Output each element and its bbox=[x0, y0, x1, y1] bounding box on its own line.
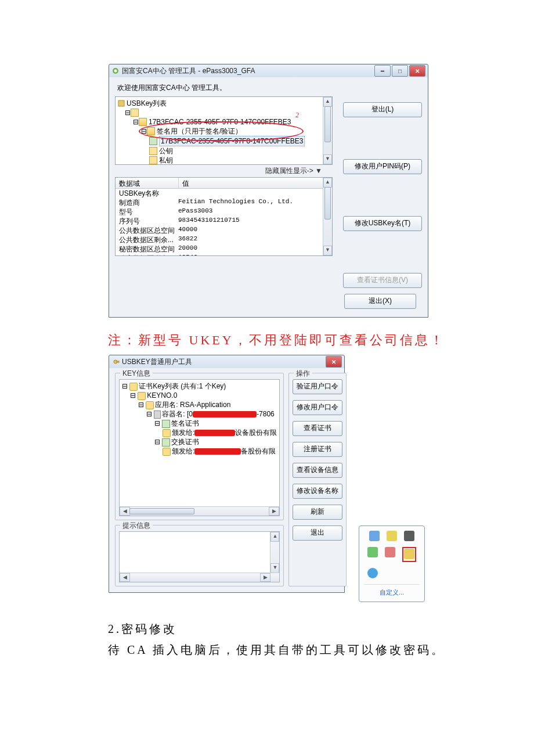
column-header-key[interactable]: 数据域 bbox=[116, 178, 179, 188]
rename-device-button[interactable]: 修改设备名称 bbox=[293, 484, 342, 499]
tree-root[interactable]: USBKey列表 bbox=[127, 99, 167, 108]
close-button[interactable]: ✕ bbox=[326, 356, 342, 368]
maximize-button[interactable]: □ bbox=[392, 65, 408, 77]
group-key-info: KEY信息 ⊟ 证书Key列表 (共有:1 个Key) ⊟ KEYNO.0 ⊟ … bbox=[115, 373, 284, 520]
scroll-up-icon[interactable]: ▲ bbox=[323, 178, 332, 188]
vertical-scrollbar[interactable]: ▲ ▼ bbox=[323, 178, 332, 255]
view-cert-button[interactable]: 查看证书 bbox=[293, 421, 342, 436]
tree-node-container[interactable]: 容器名: [0 bbox=[162, 410, 193, 418]
tree-node-signcert[interactable]: 签名证书 bbox=[171, 419, 199, 427]
cert-key-tree[interactable]: ⊟ 证书Key列表 (共有:1 个Key) ⊟ KEYNO.0 ⊟ 应用名: R… bbox=[119, 379, 280, 516]
scroll-down-icon[interactable]: ▼ bbox=[323, 246, 332, 255]
usbkey-tree[interactable]: USBKey列表 ⊟ ⊟ 17B3FCAC-2355-405F-97F0-147… bbox=[115, 96, 333, 165]
table-row: 序列号9834543101210715 bbox=[116, 217, 332, 226]
systray-popup[interactable]: 自定义... bbox=[359, 525, 425, 602]
table-row: 公共数据区总空间40000 bbox=[116, 226, 332, 235]
shield-icon[interactable] bbox=[367, 568, 378, 578]
tree-node[interactable]: KEYNO.0 bbox=[147, 391, 177, 399]
printer-icon[interactable] bbox=[369, 531, 380, 541]
hint-textbox: ▲ ▼ ◀ ▶ bbox=[119, 531, 280, 582]
tree-node-app[interactable]: 应用名: RSA-Application bbox=[155, 401, 230, 409]
scroll-up-icon[interactable]: ▲ bbox=[270, 532, 279, 542]
titlebar[interactable]: 国富安CA中心 管理工具 - ePass3003_GFA ━ □ ✕ bbox=[109, 64, 428, 77]
horizontal-scrollbar[interactable]: ◀ ▶ bbox=[120, 573, 279, 582]
attrs-table: 数据域 值 USBKey名称 制造商Feitian Technologies C… bbox=[115, 177, 333, 256]
key-icon bbox=[138, 392, 146, 400]
welcome-text: 欢迎使用国富安CA中心 管理工具。 bbox=[117, 83, 422, 93]
scroll-thumb[interactable] bbox=[129, 508, 194, 514]
group-legend: KEY信息 bbox=[120, 369, 153, 379]
tray-customize-link[interactable]: 自定义... bbox=[364, 584, 420, 597]
certificate-icon bbox=[162, 420, 170, 428]
key-icon bbox=[163, 429, 171, 437]
column-header-value[interactable]: 值 bbox=[179, 178, 332, 188]
keychain-icon bbox=[118, 100, 125, 107]
folder-icon bbox=[139, 118, 147, 126]
window-title: 国富安CA中心 管理工具 - ePass3003_GFA bbox=[122, 66, 374, 76]
titlebar[interactable]: USBKEY普通用户工具 ✕ bbox=[109, 355, 344, 368]
table-row: 公共数据区剩余...36822 bbox=[116, 235, 332, 244]
change-pin-button[interactable]: 修改用户PIN码(P) bbox=[343, 159, 422, 174]
tree-node-signing[interactable]: 签名用（只用于签名/验证） bbox=[157, 127, 242, 136]
exit-button[interactable]: 退出 bbox=[293, 525, 342, 541]
key-icon bbox=[149, 156, 157, 164]
table-row: 制造商Feitian Technologies Co., Ltd. bbox=[116, 198, 332, 207]
scroll-left-icon[interactable]: ◀ bbox=[120, 573, 130, 582]
minimize-button[interactable]: ━ bbox=[374, 65, 391, 77]
folder-icon bbox=[147, 127, 155, 135]
exit-button[interactable]: 退出(X) bbox=[344, 294, 416, 309]
table-row: USBKey名称 bbox=[116, 189, 332, 198]
group-actions: 操作 验证用户口令 修改用户口令 查看证书 注册证书 查看设备信息 修改设备名称… bbox=[288, 373, 347, 586]
tree-node-cert-selected[interactable]: 17B3FCAC-2355-405F-97F0-147C00FFEBE3 bbox=[159, 136, 305, 146]
document-note-red: 注：新型号 UKEY，不用登陆即可查看公司信息！ bbox=[108, 332, 534, 349]
rename-key-button[interactable]: 修改USBKey名(T) bbox=[343, 216, 422, 231]
scroll-thumb[interactable] bbox=[324, 187, 331, 219]
svg-rect-3 bbox=[117, 361, 119, 362]
redaction bbox=[194, 448, 241, 455]
monitor-icon[interactable] bbox=[404, 531, 414, 541]
table-row: 秘密数据区总空间20000 bbox=[116, 244, 332, 254]
register-cert-button[interactable]: 注册证书 bbox=[293, 442, 342, 457]
window-ca-tool: 国富安CA中心 管理工具 - ePass3003_GFA ━ □ ✕ 欢迎使用国… bbox=[109, 64, 428, 318]
group-legend: 操作 bbox=[294, 369, 312, 379]
close-button[interactable]: ✕ bbox=[409, 65, 425, 77]
tree-node-issued-to[interactable]: 颁发给: bbox=[172, 429, 194, 437]
usb-icon bbox=[131, 109, 139, 117]
group-legend: 提示信息 bbox=[120, 521, 153, 531]
tree-node-exchangecert[interactable]: 交换证书 bbox=[171, 438, 199, 446]
refresh-button[interactable]: 刷新 bbox=[293, 505, 342, 520]
window-usbkey-usertool: USBKEY普通用户工具 ✕ KEY信息 ⊟ 证书Key列表 (共有:1 个Ke… bbox=[109, 355, 345, 593]
container-icon bbox=[154, 411, 161, 419]
logout-button[interactable]: 登出(L) bbox=[343, 102, 422, 117]
tree-node-pubkey[interactable]: 公钥 bbox=[159, 146, 173, 156]
verify-pin-button[interactable]: 验证用户口令 bbox=[293, 379, 342, 394]
scroll-up-icon[interactable]: ▲ bbox=[323, 97, 332, 107]
hide-attrs-toggle[interactable]: 隐藏属性显示-> ▼ bbox=[115, 165, 333, 177]
horizontal-scrollbar[interactable]: ◀ ▶ bbox=[120, 506, 279, 516]
key-icon[interactable] bbox=[404, 549, 414, 559]
table-row: 型号ePass3003 bbox=[116, 207, 332, 217]
tree-node[interactable]: 证书Key列表 (共有:1 个Key) bbox=[139, 382, 226, 390]
svg-point-1 bbox=[114, 70, 117, 73]
svg-rect-2 bbox=[118, 100, 124, 106]
scroll-left-icon[interactable]: ◀ bbox=[120, 507, 130, 516]
scroll-right-icon[interactable]: ▶ bbox=[260, 573, 270, 582]
scroll-down-icon[interactable]: ▼ bbox=[323, 154, 332, 164]
certificate-icon bbox=[149, 137, 157, 145]
scroll-right-icon[interactable]: ▶ bbox=[269, 507, 279, 516]
redaction bbox=[194, 430, 235, 436]
network-icon[interactable] bbox=[367, 547, 378, 557]
view-device-button[interactable]: 查看设备信息 bbox=[293, 463, 342, 478]
tree-node-privkey[interactable]: 私钥 bbox=[159, 156, 173, 165]
key-icon[interactable] bbox=[387, 531, 397, 541]
vertical-scrollbar[interactable]: ▲ ▼ bbox=[323, 97, 332, 164]
key-icon bbox=[111, 358, 120, 366]
flag-icon[interactable] bbox=[385, 547, 395, 557]
tree-node-issued-to[interactable]: 颁发给: bbox=[172, 447, 194, 455]
tree-node[interactable]: 17B3FCAC-2355-405F-97F0-147C00FFEBE3 bbox=[149, 117, 291, 127]
key-icon bbox=[163, 448, 171, 456]
scroll-thumb[interactable] bbox=[324, 106, 331, 142]
change-pin-button[interactable]: 修改用户口令 bbox=[293, 400, 342, 415]
scroll-down-icon[interactable]: ▼ bbox=[270, 563, 279, 573]
redaction bbox=[193, 411, 257, 417]
